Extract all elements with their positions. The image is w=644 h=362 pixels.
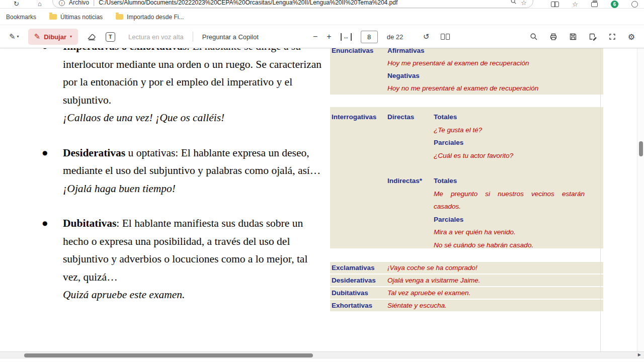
table-block-enunciativas: Enunciativas Afirmativas Hoy me presenta… — [330, 48, 603, 95]
bullet-term: Desiderativas — [63, 147, 125, 159]
sub-label: Negativas — [332, 69, 600, 82]
toolbar-divider — [193, 32, 193, 42]
save-icon[interactable] — [569, 33, 577, 41]
bullet-item-dubitativas: ● Dubitativas: El hablante manifiesta su… — [42, 215, 324, 304]
search-icon[interactable] — [530, 33, 538, 41]
row-label: Exclamativas — [332, 261, 387, 274]
zoom-out-button[interactable]: − — [313, 32, 317, 41]
settings-gear-icon[interactable]: ⚙ — [628, 32, 635, 42]
sub-sub-label: Parciales — [332, 213, 600, 226]
page-thumb — [441, 34, 445, 40]
zoom-in-button[interactable]: + — [327, 32, 331, 41]
favorite-star-icon[interactable]: ☆ — [521, 0, 527, 6]
pen-icon: ✎ — [9, 32, 16, 41]
sub-label: Directas — [387, 111, 434, 124]
bullet-separator: : — [187, 48, 192, 52]
address-separator: | — [93, 0, 95, 6]
bookmarks-bar-label: Bookmarks — [6, 14, 36, 21]
horizontal-scrollbar-thumb[interactable] — [24, 353, 313, 357]
page-number-input[interactable] — [361, 31, 378, 43]
row-label: Desiderativas — [332, 274, 387, 287]
pdf-toolbar-center: − + ↔ de 22 ↻ — [313, 25, 450, 48]
refresh-icon[interactable]: ↻ — [14, 1, 19, 7]
fit-to-width-button[interactable]: ↔ — [341, 33, 352, 41]
sub-label: Indirectas* — [387, 174, 434, 188]
ask-copilot-button[interactable]: Preguntar a Copilot — [202, 33, 259, 41]
file-info-icon[interactable]: i — [59, 0, 65, 6]
bullet-example: ¡Ojalá haga buen tiempo! — [63, 180, 324, 198]
pen-selector-button[interactable]: ✎ ▾ — [9, 32, 19, 41]
collections-icon[interactable] — [591, 2, 598, 7]
table-row-exhortativas: Exhortativas Siéntate y escucha. — [330, 300, 603, 311]
chevron-down-icon: ▾ — [17, 35, 19, 39]
folder-tab — [116, 13, 119, 14]
address-file-label: Archivo — [69, 0, 89, 6]
bullet-term: Dubitativas — [63, 217, 116, 229]
vertical-scrollbar[interactable] — [637, 48, 644, 351]
zoom-indicator-icon[interactable] — [510, 0, 517, 6]
address-field[interactable]: i Archivo | C:/Users/Alumno/Documents/20… — [52, 0, 533, 8]
folder-icon — [116, 14, 123, 20]
browser-essentials-badge[interactable]: 6 — [611, 1, 618, 8]
bookmarks-bar: Bookmarks Últimas noticias Importado des… — [0, 9, 644, 25]
row-label: Interrogativas — [332, 111, 387, 124]
profile-icon[interactable] — [631, 1, 638, 8]
bookmark-folder-importado[interactable]: Importado desde Fi... — [116, 14, 184, 21]
example-text: Hoy me presentaré al examen de recuperac… — [332, 57, 600, 69]
sub-label: Afirmativas — [387, 48, 425, 57]
horizontal-scrollbar[interactable]: ▶ — [0, 351, 644, 358]
page-edge-divider — [600, 48, 601, 351]
vertical-scrollbar-thumb[interactable] — [639, 141, 643, 156]
example-text: Tal vez apruebe el examen. — [387, 287, 470, 299]
bullet-example: Quizá apruebe este examen. — [63, 286, 324, 304]
bullet-dot: ● — [42, 215, 63, 304]
pdf-toolbar-right: ⚙ — [530, 25, 635, 48]
example-text: ¿Te gusta el té? — [332, 124, 600, 137]
bullet-dot: ● — [42, 144, 63, 198]
bullet-text: Imperativas o exhortativas: El hablante … — [63, 48, 324, 127]
read-aloud-button: Lectura en voz alta — [128, 33, 184, 41]
sub-sub-label: Parciales — [332, 136, 600, 149]
folder-tab — [49, 13, 52, 14]
home-icon[interactable]: ⌂ — [38, 1, 42, 7]
bullet-item-imperativas: ● Imperativas o exhortativas: El hablant… — [42, 48, 324, 127]
save-as-icon[interactable] — [589, 33, 597, 41]
spacer-cell — [332, 174, 387, 188]
table-row: Indirectas* Totales — [332, 174, 600, 188]
split-screen-icon[interactable] — [551, 2, 559, 7]
bullet-separator: u optativas: — [125, 147, 181, 159]
table-row-dubitativas: Dubitativas Tal vez apruebe el examen. — [330, 287, 603, 299]
table-row: Interrogativas Directas Totales — [332, 111, 600, 124]
rotate-button[interactable]: ↻ — [423, 32, 430, 41]
bookmark-label: Últimas noticias — [60, 14, 103, 21]
example-text: Mira a ver quién ha venido. — [332, 226, 600, 239]
browser-action-icons: ☆ 6 — [551, 0, 638, 9]
page-view-button[interactable] — [441, 34, 450, 40]
bullet-separator: : — [116, 217, 122, 229]
address-bar-row: ↻ ⌂ i Archivo | C:/Users/Alumno/Document… — [0, 0, 644, 9]
chevron-down-icon: ▾ — [70, 35, 72, 39]
table-row-desiderativas: Desiderativas Ojalá venga a visitarme Ja… — [330, 275, 603, 286]
fullscreen-icon[interactable] — [608, 33, 616, 41]
table-row-spacer — [332, 162, 600, 174]
bullet-dot: ● — [42, 48, 63, 127]
page-total-label: de 22 — [387, 33, 404, 41]
table-block-interrogativas: Interrogativas Directas Totales ¿Te gust… — [330, 107, 603, 248]
bookmark-folder-ultimas-noticias[interactable]: Últimas noticias — [49, 14, 103, 21]
example-text: Siéntate y escucha. — [387, 299, 447, 312]
scroll-right-arrow[interactable]: ▶ — [638, 353, 641, 357]
address-url: C:/Users/Alumno/Documents/20222023%20CEP… — [99, 0, 506, 6]
draw-button[interactable]: ✎ Dibujar ▾ — [28, 29, 78, 45]
row-label: Enunciativas — [332, 48, 387, 57]
pdf-toolbar-left: ✎ ▾ ✎ Dibujar ▾ T Lectura en voz alta Pr… — [9, 25, 259, 48]
favorites-icon[interactable]: ☆ — [572, 1, 578, 8]
text-tool-icon[interactable]: T — [106, 32, 115, 42]
page-thumb — [446, 34, 450, 40]
sub-sub-label: Totales — [434, 174, 457, 188]
print-icon[interactable] — [549, 33, 557, 41]
example-text: Ojalá venga a visitarme Jaime. — [387, 274, 480, 287]
table-row-exclamativas: Exclamativas ¡Vaya coche se ha comprado! — [330, 262, 603, 274]
eraser-icon[interactable] — [87, 33, 97, 41]
sub-sub-label: Totales — [434, 111, 457, 124]
pdf-page: ● Imperativas o exhortativas: El hablant… — [0, 48, 637, 351]
